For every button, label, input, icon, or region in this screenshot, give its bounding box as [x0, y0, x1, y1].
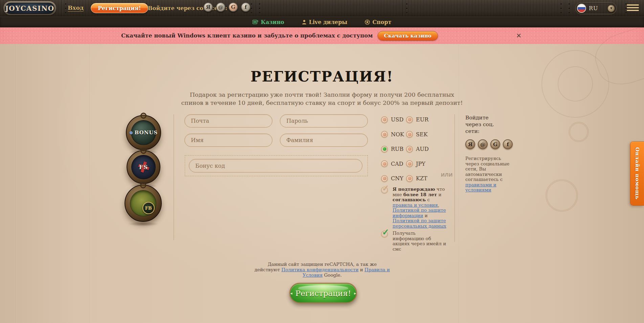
menu-button[interactable]: [627, 4, 640, 13]
badge-face: FB: [130, 190, 156, 216]
language-selector[interactable]: RU ▼: [575, 2, 617, 14]
radio-icon: [406, 131, 413, 138]
language-dropdown-toggle[interactable]: ▼: [607, 5, 615, 12]
currency-label: JPY: [416, 161, 425, 167]
right-arrow-icon: ▸: [354, 291, 356, 296]
google-icon[interactable]: G: [228, 2, 238, 12]
free-spins-badge[interactable]: ✚ FS: [127, 150, 160, 184]
radio-icon: [381, 146, 388, 153]
currency-option-aud[interactable]: AUD: [406, 146, 431, 153]
radio-icon: [406, 175, 413, 182]
terms-checkbox[interactable]: ✓ Я подтверждаю что мне более 18 лет и с…: [381, 187, 447, 229]
stain-decoration: [569, 122, 589, 142]
register-button[interactable]: Регистрация!: [91, 3, 148, 13]
divider-right: [454, 114, 455, 242]
currency-option-jpy[interactable]: JPY: [406, 160, 431, 167]
rivet-decoration: [406, 3, 407, 17]
bonus-spins-badge[interactable]: ⊕ BONUS: [126, 115, 161, 150]
first-name-field[interactable]: [184, 134, 272, 147]
main-nav: Казино Live дилеры Спорт: [0, 17, 644, 27]
currency-option-sek[interactable]: SEK: [406, 131, 431, 138]
badge-shadow-decoration: [128, 222, 158, 226]
currency-selector: USD EUR NOK SEK RUB AUD: [381, 112, 431, 186]
seam-decoration: [403, 0, 403, 17]
slot-machine-icon: [252, 20, 258, 25]
social-panel-note: Регистрируясь через социальные сети, Вы …: [465, 156, 513, 193]
left-arrow-icon: ◂: [290, 291, 292, 296]
language-code: RU: [589, 5, 598, 11]
inline-link[interactable]: правилами и условиями: [465, 182, 496, 193]
chevron-down-icon: ▼: [610, 7, 612, 10]
badge-label-text: BONUS: [135, 130, 158, 136]
page-title: РЕГИСТРАЦИЯ!: [0, 68, 644, 85]
subtitle-line: спинов в течение 10 дней, бесплатную ста…: [0, 99, 644, 107]
tab-live-dealers[interactable]: Live дилеры: [302, 19, 348, 25]
online-help-tab[interactable]: Онлайн помощь: [630, 141, 644, 206]
banner-content: Скачайте новый Windows клиент казино и з…: [121, 27, 438, 44]
recaptcha-notice: Данный сайт защищен reCAPTCHA, а так же …: [254, 261, 390, 278]
paper-crease-decoration: [459, 44, 459, 323]
currency-label: KZT: [416, 175, 427, 182]
mail-ru-icon[interactable]: @: [216, 2, 225, 12]
bonus-code-dashed-box: [185, 155, 368, 176]
login-link[interactable]: Вход: [68, 4, 84, 11]
currency-option-cad[interactable]: CAD: [381, 160, 406, 167]
currency-label: EUR: [416, 116, 428, 123]
email-field[interactable]: [184, 114, 272, 128]
paper-crease-decoration: [16, 44, 16, 323]
password-field[interactable]: [280, 114, 368, 128]
currency-option-kzt[interactable]: KZT: [406, 175, 431, 182]
last-name-field[interactable]: [280, 134, 368, 147]
tab-label: Спорт: [372, 19, 391, 25]
inline-link[interactable]: Политикой по защите персональных данных: [393, 218, 446, 229]
stain-decoration: [546, 179, 578, 212]
rivet-decoration: [259, 3, 260, 17]
currency-option-usd[interactable]: USD: [381, 116, 406, 123]
or-separator-label: ИЛИ: [440, 172, 453, 178]
currency-option-eur[interactable]: EUR: [406, 116, 431, 123]
badge-face: ⊕ BONUS: [131, 120, 156, 145]
yandex-icon[interactable]: Я: [465, 139, 475, 149]
facebook-icon[interactable]: f: [241, 2, 250, 12]
facebook-icon[interactable]: f: [503, 139, 513, 149]
download-banner: Скачайте новый Windows клиент казино и з…: [0, 27, 644, 44]
tab-sport[interactable]: Спорт: [365, 19, 391, 25]
registration-page: РЕГИСТРАЦИЯ! Подарок за регистрацию уже …: [0, 44, 644, 323]
inline-link[interactable]: Политикой по защите информации: [393, 207, 446, 218]
free-bet-badge[interactable]: FB: [125, 185, 162, 222]
currency-option-cny[interactable]: CNY: [381, 175, 406, 182]
dealer-icon: [302, 20, 307, 25]
currency-label: CNY: [391, 175, 403, 182]
radio-icon: [406, 146, 413, 153]
google-icon[interactable]: G: [490, 139, 500, 149]
help-tab-label: Онлайн помощь: [634, 147, 640, 200]
tab-label: Казино: [261, 19, 284, 25]
mail-ru-icon[interactable]: @: [478, 139, 488, 149]
seam-decoration: [622, 0, 622, 17]
inline-link[interactable]: Политика конфиденциальности: [281, 267, 358, 272]
subtitle-line: Подарок за регистрацию уже почти твой! З…: [0, 91, 644, 99]
submit-registration-button[interactable]: ◂ Регистрация! ▸: [289, 283, 357, 303]
currency-label: NOK: [391, 131, 404, 138]
currency-label: RUB: [391, 146, 403, 152]
tab-casino[interactable]: Казино: [252, 19, 284, 25]
header-social-icons: Я @ G f: [203, 2, 250, 12]
currency-option-nok[interactable]: NOK: [381, 131, 406, 138]
badge-label: FB: [142, 202, 155, 214]
russian-flag-icon: [577, 4, 586, 13]
promo-checkbox[interactable]: ✓ Получать информацию об акциях через им…: [381, 231, 447, 252]
close-icon[interactable]: ✕: [514, 31, 523, 40]
yandex-icon[interactable]: Я: [203, 2, 213, 12]
social-panel-icons: Я @ G f: [465, 139, 517, 149]
rivet-decoration: [569, 3, 570, 17]
bonus-code-field[interactable]: [189, 159, 362, 172]
badge-face: ✚ FS: [131, 155, 155, 179]
currency-option-rub[interactable]: RUB: [381, 146, 406, 153]
badge-label: FS: [139, 164, 148, 170]
currency-label: SEK: [416, 131, 428, 138]
download-casino-button[interactable]: Скачать казино: [378, 31, 438, 41]
radio-icon: [406, 160, 413, 167]
logo[interactable]: JOYCASINO: [3, 1, 56, 15]
terms-text: Я подтверждаю что мне более 18 лет и сог…: [393, 187, 447, 229]
inline-link[interactable]: правила и условия: [393, 202, 438, 208]
